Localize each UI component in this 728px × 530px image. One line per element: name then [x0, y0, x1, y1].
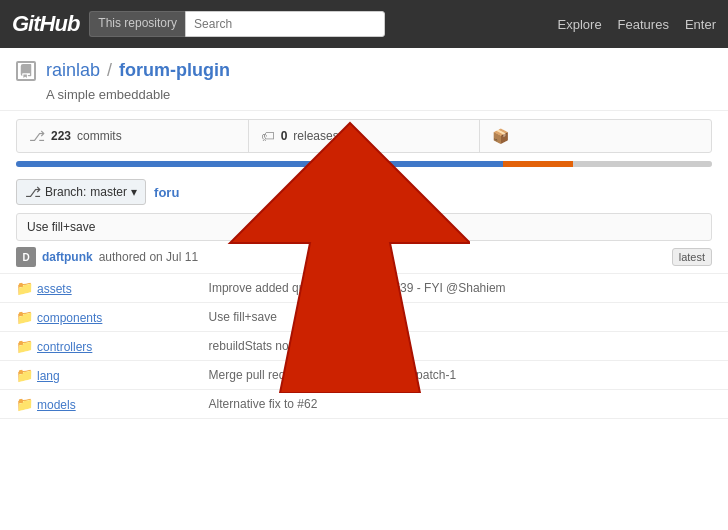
repo-title: rainlab / forum-plugin [16, 60, 712, 81]
file-icon-cell: 📁lang [0, 361, 193, 390]
file-name[interactable]: lang [37, 369, 60, 383]
progress-blue [16, 161, 503, 167]
file-table: 📁assets Improve added quote feature from… [0, 274, 728, 419]
repo-icon [16, 61, 36, 81]
repo-name: rainlab / forum-plugin [46, 60, 230, 81]
commits-label: commits [77, 129, 122, 143]
repo-org-link[interactable]: rainlab [46, 60, 100, 80]
table-row: 📁models Alternative fix to #62 [0, 390, 728, 419]
repo-separator: / [107, 60, 117, 80]
header: GitHub This repository Explore Features … [0, 0, 728, 48]
folder-icon: 📁 [16, 396, 33, 412]
repo-project-link[interactable]: forum-plugin [119, 60, 230, 80]
progress-orange [503, 161, 573, 167]
stat-releases[interactable]: 🏷 0 releases [249, 120, 481, 152]
releases-icon: 🏷 [261, 128, 275, 144]
nav-enter[interactable]: Enter [685, 17, 716, 32]
file-icon-cell: 📁assets [0, 274, 193, 303]
folder-icon: 📁 [16, 309, 33, 325]
branch-chevron-icon: ▾ [131, 185, 137, 199]
table-row: 📁components Use fill+save [0, 303, 728, 332]
search-container: This repository [89, 11, 469, 37]
releases-count: 0 [281, 129, 288, 143]
header-nav: Explore Features Enter [558, 17, 716, 32]
repo-description: A simple embeddable [46, 87, 712, 102]
file-icon-cell: 📁components [0, 303, 193, 332]
author-meta: authored on Jul 11 [99, 250, 198, 264]
folder-icon: 📁 [16, 280, 33, 296]
file-commit-msg: Alternative fix to #62 [193, 390, 728, 419]
file-commit-msg: rebuildStats no longer calls ->save() [193, 332, 728, 361]
file-icon-cell: 📁controllers [0, 332, 193, 361]
latest-badge: latest [672, 248, 712, 266]
commit-message-box: Use fill+save [16, 213, 712, 241]
releases-label: releases [293, 129, 338, 143]
progress-gray [573, 161, 712, 167]
table-row: 📁controllers rebuildStats no longer call… [0, 332, 728, 361]
author-name[interactable]: daftpunk [42, 250, 93, 264]
author-row: D daftpunk authored on Jul 11 latest [0, 241, 728, 274]
file-name[interactable]: controllers [37, 340, 92, 354]
folder-icon: 📁 [16, 338, 33, 354]
branch-label: Branch: [45, 185, 86, 199]
stat-commits[interactable]: ⎇ 223 commits [17, 120, 249, 152]
nav-explore[interactable]: Explore [558, 17, 602, 32]
file-name[interactable]: assets [37, 282, 72, 296]
branch-icon: ⎇ [25, 184, 41, 200]
commits-icon: ⎇ [29, 128, 45, 144]
file-icon-cell: 📁models [0, 390, 193, 419]
file-commit-msg: Merge pull request #69 from exotickg1/pa… [193, 361, 728, 390]
github-logo: GitHub [12, 11, 79, 37]
branch-name: master [90, 185, 127, 199]
search-scope-label: This repository [89, 11, 185, 37]
current-directory: foru [154, 185, 179, 200]
table-row: 📁assets Improve added quote feature from… [0, 274, 728, 303]
stats-bar: ⎇ 223 commits 🏷 0 releases 📦 [16, 119, 712, 153]
packages-icon: 📦 [492, 128, 509, 144]
file-commit-msg: Improve added quote feature from #39 - F… [193, 274, 728, 303]
author-avatar: D [16, 247, 36, 267]
file-name[interactable]: components [37, 311, 102, 325]
branch-button[interactable]: ⎇ Branch: master ▾ [16, 179, 146, 205]
nav-features[interactable]: Features [618, 17, 669, 32]
table-row: 📁lang Merge pull request #69 from exotic… [0, 361, 728, 390]
content-area: rainlab / forum-plugin A simple embeddab… [0, 48, 728, 419]
language-progress-bar [16, 161, 712, 167]
search-input[interactable] [185, 11, 385, 37]
stat-packages[interactable]: 📦 [480, 120, 711, 152]
file-commit-msg: Use fill+save [193, 303, 728, 332]
file-name[interactable]: models [37, 398, 76, 412]
folder-icon: 📁 [16, 367, 33, 383]
commits-count: 223 [51, 129, 71, 143]
repo-section: rainlab / forum-plugin A simple embeddab… [0, 48, 728, 111]
branch-bar: ⎇ Branch: master ▾ foru [0, 171, 728, 213]
